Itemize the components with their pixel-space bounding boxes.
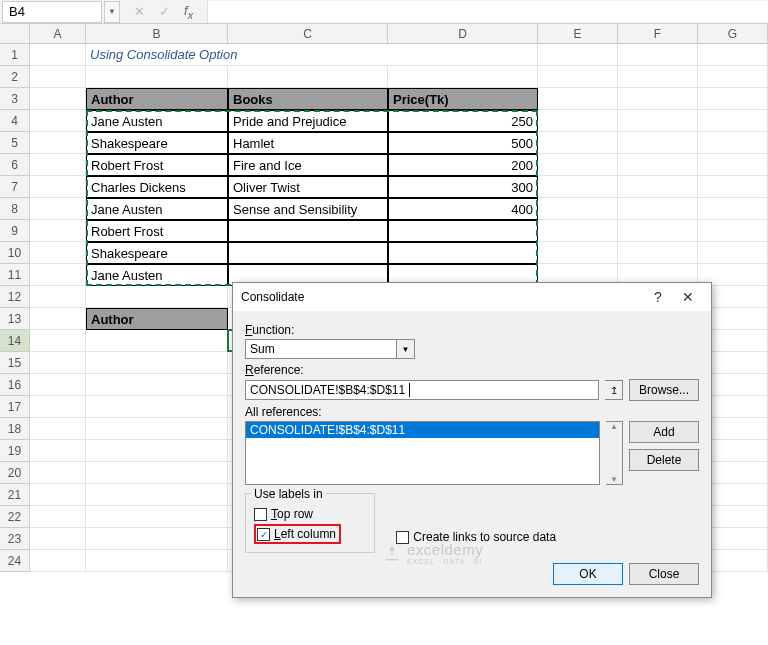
cell-price[interactable]: 300 (388, 176, 538, 198)
cell-books[interactable] (228, 242, 388, 264)
cell[interactable] (30, 352, 86, 374)
cell[interactable] (30, 198, 86, 220)
cell[interactable] (618, 66, 698, 88)
cell[interactable] (538, 220, 618, 242)
cell-books[interactable] (228, 220, 388, 242)
cell-books[interactable]: Hamlet (228, 132, 388, 154)
cell[interactable] (86, 440, 228, 462)
row-header[interactable]: 10 (0, 242, 29, 264)
cell[interactable] (698, 66, 768, 88)
cell[interactable] (30, 220, 86, 242)
browse-button[interactable]: Browse... (629, 379, 699, 401)
cell[interactable] (228, 66, 388, 88)
help-icon[interactable]: ? (643, 289, 673, 305)
col-header-c[interactable]: C (228, 24, 388, 43)
cell-author[interactable]: Jane Austen (86, 264, 228, 286)
cell[interactable] (538, 198, 618, 220)
cell[interactable] (618, 132, 698, 154)
cell[interactable] (30, 154, 86, 176)
fx-icon[interactable]: fx (184, 3, 193, 21)
row-header[interactable]: 22 (0, 506, 29, 528)
row-header[interactable]: 12 (0, 286, 29, 308)
cell[interactable] (86, 396, 228, 418)
cell-author[interactable]: Shakespeare (86, 132, 228, 154)
cell[interactable] (30, 330, 86, 352)
cell-price[interactable] (388, 242, 538, 264)
cell[interactable] (86, 528, 228, 550)
cell[interactable] (538, 154, 618, 176)
row-header[interactable]: 7 (0, 176, 29, 198)
cell[interactable] (538, 132, 618, 154)
formula-input[interactable] (207, 1, 768, 23)
range-picker-icon[interactable]: ↥ (605, 380, 623, 400)
ok-button[interactable]: OK (553, 563, 623, 585)
cell[interactable] (618, 198, 698, 220)
header-author[interactable]: Author (86, 88, 228, 110)
cell[interactable] (86, 286, 228, 308)
name-box-dropdown[interactable]: ▼ (104, 1, 120, 23)
cell[interactable] (388, 66, 538, 88)
header-author-2[interactable]: Author (86, 308, 228, 330)
row-header[interactable]: 3 (0, 88, 29, 110)
cell[interactable] (698, 242, 768, 264)
col-header-d[interactable]: D (388, 24, 538, 43)
col-header-a[interactable]: A (30, 24, 86, 43)
col-header-b[interactable]: B (86, 24, 228, 43)
cell[interactable] (698, 44, 768, 66)
cell[interactable] (618, 154, 698, 176)
cell[interactable] (30, 110, 86, 132)
row-header[interactable]: 6 (0, 154, 29, 176)
cell-author[interactable]: Charles Dickens (86, 176, 228, 198)
cell[interactable] (538, 44, 618, 66)
allrefs-listbox[interactable]: CONSOLIDATE!$B$4:$D$11 (245, 421, 600, 485)
cell[interactable] (30, 462, 86, 484)
cell[interactable] (30, 242, 86, 264)
cell[interactable] (618, 110, 698, 132)
name-box[interactable]: B4 (2, 1, 102, 23)
toprow-checkbox[interactable]: Top row (254, 507, 366, 521)
header-price[interactable]: Price(Tk) (388, 88, 538, 110)
cell[interactable] (86, 352, 228, 374)
cell[interactable] (618, 44, 698, 66)
cell[interactable] (30, 550, 86, 572)
cell[interactable] (618, 242, 698, 264)
row-header[interactable]: 9 (0, 220, 29, 242)
select-all-corner[interactable] (0, 24, 30, 43)
cell[interactable] (698, 132, 768, 154)
cell[interactable] (618, 220, 698, 242)
cell[interactable] (698, 198, 768, 220)
row-header[interactable]: 21 (0, 484, 29, 506)
cell[interactable] (86, 374, 228, 396)
row-header[interactable]: 20 (0, 462, 29, 484)
scrollbar[interactable]: ▲▼ (606, 421, 623, 485)
cell-author[interactable]: Jane Austen (86, 198, 228, 220)
cell[interactable] (86, 550, 228, 572)
cell[interactable] (30, 308, 86, 330)
close-button[interactable]: Close (629, 563, 699, 585)
cell-author[interactable]: Robert Frost (86, 220, 228, 242)
row-header[interactable]: 18 (0, 418, 29, 440)
cell[interactable] (86, 484, 228, 506)
cell[interactable] (618, 88, 698, 110)
cell[interactable] (30, 440, 86, 462)
cell-price[interactable]: 400 (388, 198, 538, 220)
cell-price[interactable]: 250 (388, 110, 538, 132)
cell[interactable] (30, 44, 86, 66)
cell[interactable] (30, 66, 86, 88)
cell[interactable] (538, 242, 618, 264)
row-header[interactable]: 19 (0, 440, 29, 462)
cell[interactable] (698, 154, 768, 176)
cell[interactable] (538, 88, 618, 110)
function-combo[interactable]: Sum ▼ (245, 339, 415, 359)
cell-price[interactable]: 200 (388, 154, 538, 176)
cell-title[interactable]: Using Consolidate Option (86, 44, 538, 66)
cell-books[interactable]: Sense and Sensibility (228, 198, 388, 220)
cell[interactable] (30, 484, 86, 506)
cell[interactable] (30, 176, 86, 198)
cell-author[interactable]: Robert Frost (86, 154, 228, 176)
row-header[interactable]: 1 (0, 44, 29, 66)
cell[interactable] (30, 506, 86, 528)
col-header-e[interactable]: E (538, 24, 618, 43)
leftcol-checkbox[interactable]: ✓ Left column (257, 527, 336, 541)
cell-price[interactable] (388, 220, 538, 242)
